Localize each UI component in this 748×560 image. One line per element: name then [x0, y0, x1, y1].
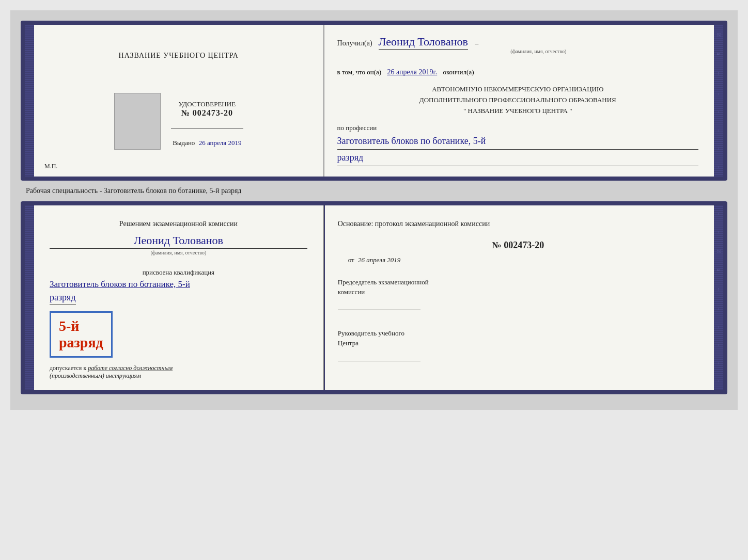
bottom-document-card: Решением экзаменационной комиссии Леонид…	[21, 201, 727, 394]
top-doc-left-panel: НАЗВАНИЕ УЧЕБНОГО ЦЕНТРА УДОСТОВЕРЕНИЕ №…	[34, 25, 324, 177]
rank-bottom: разряд	[50, 292, 76, 305]
photo-row: УДОСТОВЕРЕНИЕ № 002473-20 Выдано 26 апре…	[114, 93, 243, 150]
bottom-edge-dash-1: –	[716, 213, 721, 215]
issued-date: 26 апреля 2019	[199, 139, 242, 147]
issued-label: Выдано	[173, 139, 195, 147]
chairman-signature-line	[338, 300, 420, 310]
bottom-person-name: Леонид Толованов	[50, 234, 307, 249]
bottom-doc-right-edge: – – И а ← – – – – –	[714, 205, 723, 390]
basis-label: Основание: протокол экзаменационной коми…	[338, 218, 698, 230]
badge-number: 5-й	[59, 318, 103, 334]
bottom-doc-right-panel: Основание: протокол экзаменационной коми…	[325, 205, 714, 390]
issued-line: Выдано 26 апреля 2019	[173, 139, 241, 147]
bottom-edge-dash-4: –	[716, 326, 721, 328]
director-block: Руководитель учебного Центра	[338, 328, 698, 361]
name-hint-bottom: (фамилия, имя, отчество)	[50, 250, 307, 255]
profession-value: Заготовитель блоков по ботанике, 5-й	[337, 135, 698, 149]
protocol-number: № 002473-20	[338, 240, 698, 251]
chairman-title: Председатель экзаменационной комиссии	[338, 277, 698, 297]
bottom-edge-dash-5: –	[716, 344, 721, 346]
specialty-separator-text: Рабочая специальность - Заготовитель бло…	[21, 187, 727, 195]
cert-label: УДОСТОВЕРЕНИЕ	[178, 100, 236, 108]
cert-number-prefix: №	[181, 108, 190, 117]
confirm-prefix: в том, что он(а)	[337, 68, 382, 76]
confirm-suffix: окончил(а)	[443, 68, 474, 76]
commission-decision: Решением экзаменационной комиссии	[50, 218, 307, 230]
bottom-edge-dash-2: –	[716, 231, 721, 233]
top-doc-right-panel: Получил(а) Леонид Толованов – (фамилия, …	[324, 25, 714, 177]
rank-value-top: разряд	[337, 152, 698, 163]
top-document-card: НАЗВАНИЕ УЧЕБНОГО ЦЕНТРА УДОСТОВЕРЕНИЕ №…	[21, 21, 727, 181]
cert-number: № 002473-20	[178, 108, 236, 118]
protocol-date-prefix: от	[348, 256, 354, 264]
photo-placeholder	[114, 93, 161, 150]
edge-dash-2: –	[716, 111, 721, 113]
profession-label: по профессии	[337, 124, 698, 132]
admitted-line: допускается к работе согласно должностны…	[50, 364, 173, 372]
bottom-edge-dash-7: –	[716, 380, 721, 382]
mp-label: М.П.	[44, 163, 57, 170]
org-line3: " НАЗВАНИЕ УЧЕБНОГО ЦЕНТРА "	[337, 106, 698, 117]
bottom-edge-dash-3: –	[716, 308, 721, 310]
confirm-block: в том, что он(а) 26 апреля 2019г. окончи…	[337, 68, 698, 76]
protocol-date-value: 26 апреля 2019	[358, 256, 400, 264]
chairman-title1: Председатель экзаменационной	[338, 278, 429, 286]
protocol-date: от 26 апреля 2019	[338, 256, 698, 264]
top-person-name: Леонид Толованов	[379, 35, 468, 50]
edge-letter-2: а	[716, 53, 722, 55]
rank-badge: 5-й разряд	[50, 311, 113, 358]
director-title1: Руководитель учебного	[338, 329, 404, 337]
edge-dash-4: –	[716, 148, 721, 150]
qualification-value: Заготовитель блоков по ботанике, 5-й	[50, 279, 307, 290]
bottom-edge-letter-2: а	[716, 269, 722, 271]
edge-dash-1: –	[716, 93, 721, 95]
edge-letter-1: И	[716, 33, 722, 37]
bottom-doc-spine-left	[25, 205, 34, 390]
admitted-prefix: допускается к	[50, 364, 86, 372]
org-line2: ДОПОЛНИТЕЛЬНОГО ПРОФЕССИОНАЛЬНОГО ОБРАЗО…	[337, 95, 698, 106]
org-line1: АВТОНОМНУЮ НЕКОММЕРЧЕСКУЮ ОРГАНИЗАЦИЮ	[337, 84, 698, 95]
page-container: НАЗВАНИЕ УЧЕБНОГО ЦЕНТРА УДОСТОВЕРЕНИЕ №…	[10, 10, 738, 410]
director-signature-line	[338, 351, 420, 361]
cert-number-col: УДОСТОВЕРЕНИЕ № 002473-20 Выдано 26 апре…	[171, 95, 243, 147]
bottom-name-block: Леонид Толованов (фамилия, имя, отчество…	[50, 234, 307, 263]
edge-dash-5: –	[716, 166, 721, 168]
org-block: АВТОНОМНУЮ НЕКОММЕРЧЕСКУЮ ОРГАНИЗАЦИЮ ДО…	[337, 84, 698, 116]
admitted-italic: работе согласно должностным	[88, 364, 173, 372]
cert-number-val: 002473-20	[193, 108, 233, 117]
training-center-title: НАЗВАНИЕ УЧЕБНОГО ЦЕНТРА	[119, 52, 239, 60]
bottom-edge-dash-6: –	[716, 362, 721, 364]
badge-rank: разряд	[59, 334, 103, 350]
bottom-doc-left-panel: Решением экзаменационной комиссии Леонид…	[34, 205, 324, 390]
director-title2: Центра	[338, 339, 359, 347]
chairman-block: Председатель экзаменационной комиссии	[338, 277, 698, 310]
admitted-italic2: (производственным) инструкциям	[50, 372, 141, 380]
director-title: Руководитель учебного Центра	[338, 328, 698, 348]
top-doc-right-edge: И а ← – – – – –	[714, 25, 723, 177]
received-prefix: Получил(а)	[337, 39, 372, 47]
received-block: Получил(а) Леонид Толованов – (фамилия, …	[337, 35, 698, 62]
bottom-edge-letter-1: И	[716, 249, 722, 253]
edge-letter-3: ←	[716, 71, 722, 76]
cert-number-area: УДОСТОВЕРЕНИЕ № 002473-20	[178, 100, 236, 118]
edge-dash-3: –	[716, 130, 721, 132]
bottom-edge-letter-3: ←	[716, 287, 722, 292]
dash-after-name: –	[475, 39, 479, 47]
top-doc-spine-left	[25, 25, 34, 177]
chairman-title2: комиссии	[338, 288, 365, 296]
confirm-date: 26 апреля 2019г.	[387, 68, 437, 76]
assigned-label: присвоена квалификация	[50, 268, 307, 277]
